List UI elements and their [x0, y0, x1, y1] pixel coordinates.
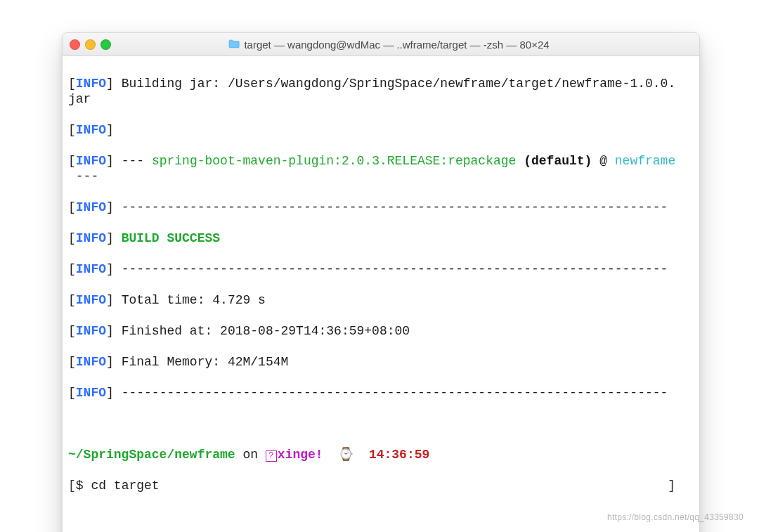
- maven-line: [INFO] Building jar: /Users/wangdong/Spr…: [68, 76, 694, 107]
- command-line: [$ cd target ]: [68, 478, 694, 493]
- watch-icon: ⌚: [338, 448, 353, 462]
- maven-line: [INFO] Final Memory: 42M/154M: [68, 354, 694, 370]
- branch-icon: ?: [266, 450, 277, 462]
- close-icon[interactable]: [70, 39, 80, 50]
- terminal-window: target — wangdong@wdMac — ..wframe/targe…: [62, 32, 700, 532]
- folder-icon: [228, 39, 240, 51]
- window-title: target — wangdong@wdMac — ..wframe/targe…: [86, 39, 692, 51]
- maven-line: [INFO] ---------------------------------…: [68, 385, 694, 401]
- title-bar[interactable]: target — wangdong@wdMac — ..wframe/targe…: [63, 33, 699, 56]
- maven-line: [INFO] Finished at: 2018-08-29T14:36:59+…: [68, 323, 694, 339]
- maven-line: [INFO] --- spring-boot-maven-plugin:2.0.…: [68, 153, 694, 184]
- window-title-text: target — wangdong@wdMac — ..wframe/targe…: [244, 39, 549, 51]
- maven-line: [INFO] ---------------------------------…: [68, 200, 694, 215]
- maven-line: [INFO]: [68, 122, 694, 138]
- blank-line: [68, 509, 694, 524]
- maven-line: [INFO] ---------------------------------…: [68, 261, 694, 277]
- prompt-line: ~/SpringSpace/newframe on ?xinge! ⌚ 14:3…: [68, 447, 694, 462]
- blank-line: [68, 416, 694, 432]
- command-text: cd target: [91, 479, 159, 493]
- watermark-text: https://blog.csdn.net/qq_43359830: [607, 512, 744, 522]
- maven-line-success: [INFO] BUILD SUCCESS: [68, 231, 694, 246]
- maven-line: [INFO] Total time: 4.729 s: [68, 292, 694, 308]
- terminal-content[interactable]: [INFO] Building jar: /Users/wangdong/Spr…: [63, 56, 699, 532]
